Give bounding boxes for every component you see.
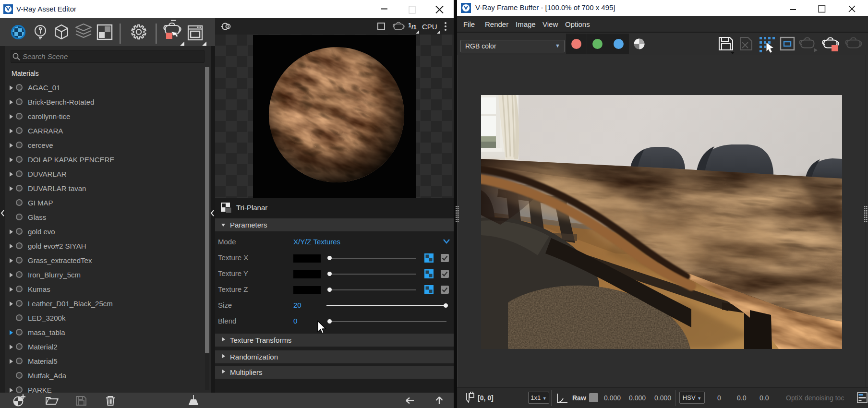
svg-text:CPU: CPU — [422, 23, 437, 31]
svg-text:/1: /1 — [411, 24, 417, 31]
